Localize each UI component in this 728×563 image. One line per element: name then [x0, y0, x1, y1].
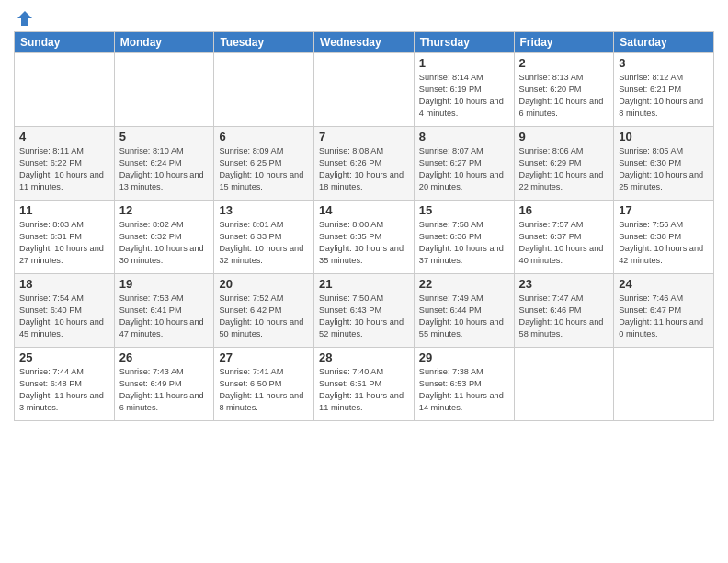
day-cell: 8Sunrise: 8:07 AM Sunset: 6:27 PM Daylig…	[414, 127, 514, 201]
day-info: Sunrise: 8:01 AM Sunset: 6:33 PM Dayligh…	[219, 219, 309, 267]
day-cell: 14Sunrise: 8:00 AM Sunset: 6:35 PM Dayli…	[314, 201, 415, 274]
day-number: 16	[519, 203, 609, 217]
col-header-monday: Monday	[114, 32, 214, 53]
header-row: SundayMondayTuesdayWednesdayThursdayFrid…	[15, 32, 714, 53]
col-header-friday: Friday	[514, 32, 614, 53]
day-cell: 29Sunrise: 7:38 AM Sunset: 6:53 PM Dayli…	[414, 348, 514, 421]
day-cell: 25Sunrise: 7:44 AM Sunset: 6:48 PM Dayli…	[15, 348, 115, 421]
day-cell	[214, 53, 314, 127]
day-number: 15	[419, 203, 509, 217]
svg-marker-0	[17, 11, 32, 26]
day-number: 2	[519, 56, 609, 70]
day-cell: 11Sunrise: 8:03 AM Sunset: 6:31 PM Dayli…	[15, 201, 115, 274]
day-cell	[15, 53, 115, 127]
day-cell	[314, 53, 415, 127]
day-cell	[614, 348, 714, 421]
day-info: Sunrise: 8:05 AM Sunset: 6:30 PM Dayligh…	[619, 145, 709, 193]
col-header-sunday: Sunday	[15, 32, 115, 53]
day-number: 20	[219, 277, 309, 291]
day-cell	[114, 53, 214, 127]
day-cell: 13Sunrise: 8:01 AM Sunset: 6:33 PM Dayli…	[214, 201, 314, 274]
day-cell: 10Sunrise: 8:05 AM Sunset: 6:30 PM Dayli…	[614, 127, 714, 201]
week-row-1: 4Sunrise: 8:11 AM Sunset: 6:22 PM Daylig…	[15, 127, 714, 201]
day-number: 26	[119, 350, 210, 364]
day-number: 19	[119, 277, 210, 291]
day-cell: 20Sunrise: 7:52 AM Sunset: 6:42 PM Dayli…	[214, 274, 314, 348]
day-info: Sunrise: 7:49 AM Sunset: 6:44 PM Dayligh…	[419, 293, 509, 340]
day-cell: 24Sunrise: 7:46 AM Sunset: 6:47 PM Dayli…	[614, 274, 714, 348]
day-info: Sunrise: 8:07 AM Sunset: 6:27 PM Dayligh…	[419, 145, 509, 193]
day-number: 3	[619, 56, 709, 70]
day-info: Sunrise: 7:54 AM Sunset: 6:40 PM Dayligh…	[19, 293, 109, 340]
day-number: 1	[419, 56, 509, 70]
header	[14, 9, 714, 24]
day-number: 13	[219, 203, 309, 217]
day-number: 23	[519, 277, 609, 291]
day-info: Sunrise: 7:41 AM Sunset: 6:50 PM Dayligh…	[219, 366, 309, 414]
week-row-4: 25Sunrise: 7:44 AM Sunset: 6:48 PM Dayli…	[15, 348, 714, 421]
day-cell: 17Sunrise: 7:56 AM Sunset: 6:38 PM Dayli…	[614, 201, 714, 274]
day-cell: 5Sunrise: 8:10 AM Sunset: 6:24 PM Daylig…	[114, 127, 214, 201]
day-info: Sunrise: 8:08 AM Sunset: 6:26 PM Dayligh…	[319, 145, 409, 193]
day-cell: 4Sunrise: 8:11 AM Sunset: 6:22 PM Daylig…	[15, 127, 115, 201]
day-info: Sunrise: 7:52 AM Sunset: 6:42 PM Dayligh…	[219, 293, 309, 340]
day-number: 5	[119, 130, 210, 144]
day-info: Sunrise: 8:00 AM Sunset: 6:35 PM Dayligh…	[319, 219, 409, 267]
day-info: Sunrise: 7:43 AM Sunset: 6:49 PM Dayligh…	[119, 366, 210, 414]
day-info: Sunrise: 7:53 AM Sunset: 6:41 PM Dayligh…	[119, 293, 210, 340]
day-cell: 27Sunrise: 7:41 AM Sunset: 6:50 PM Dayli…	[214, 348, 314, 421]
logo	[14, 9, 34, 24]
day-info: Sunrise: 8:14 AM Sunset: 6:19 PM Dayligh…	[419, 72, 509, 120]
day-cell: 18Sunrise: 7:54 AM Sunset: 6:40 PM Dayli…	[15, 274, 115, 348]
day-cell: 22Sunrise: 7:49 AM Sunset: 6:44 PM Dayli…	[414, 274, 514, 348]
day-cell: 6Sunrise: 8:09 AM Sunset: 6:25 PM Daylig…	[214, 127, 314, 201]
day-info: Sunrise: 7:44 AM Sunset: 6:48 PM Dayligh…	[19, 366, 109, 414]
day-info: Sunrise: 8:12 AM Sunset: 6:21 PM Dayligh…	[619, 72, 709, 120]
day-cell: 19Sunrise: 7:53 AM Sunset: 6:41 PM Dayli…	[114, 274, 214, 348]
col-header-tuesday: Tuesday	[214, 32, 314, 53]
col-header-saturday: Saturday	[614, 32, 714, 53]
day-number: 10	[619, 130, 709, 144]
day-cell: 2Sunrise: 8:13 AM Sunset: 6:20 PM Daylig…	[514, 53, 614, 127]
day-info: Sunrise: 7:47 AM Sunset: 6:46 PM Dayligh…	[519, 293, 609, 340]
day-cell: 3Sunrise: 8:12 AM Sunset: 6:21 PM Daylig…	[614, 53, 714, 127]
day-cell: 16Sunrise: 7:57 AM Sunset: 6:37 PM Dayli…	[514, 201, 614, 274]
day-cell: 7Sunrise: 8:08 AM Sunset: 6:26 PM Daylig…	[314, 127, 415, 201]
day-number: 6	[219, 130, 309, 144]
day-number: 4	[19, 130, 109, 144]
day-number: 27	[219, 350, 309, 364]
day-number: 7	[319, 130, 409, 144]
week-row-0: 1Sunrise: 8:14 AM Sunset: 6:19 PM Daylig…	[15, 53, 714, 127]
day-number: 12	[119, 203, 210, 217]
day-number: 29	[419, 350, 509, 364]
day-info: Sunrise: 8:03 AM Sunset: 6:31 PM Dayligh…	[19, 219, 109, 267]
day-info: Sunrise: 8:09 AM Sunset: 6:25 PM Dayligh…	[219, 145, 309, 193]
day-number: 11	[19, 203, 109, 217]
day-info: Sunrise: 7:46 AM Sunset: 6:47 PM Dayligh…	[619, 293, 709, 340]
day-number: 14	[319, 203, 409, 217]
day-info: Sunrise: 8:13 AM Sunset: 6:20 PM Dayligh…	[519, 72, 609, 120]
day-number: 18	[19, 277, 109, 291]
day-cell: 28Sunrise: 7:40 AM Sunset: 6:51 PM Dayli…	[314, 348, 415, 421]
day-info: Sunrise: 7:50 AM Sunset: 6:43 PM Dayligh…	[319, 293, 409, 340]
day-number: 17	[619, 203, 709, 217]
day-number: 9	[519, 130, 609, 144]
day-info: Sunrise: 7:57 AM Sunset: 6:37 PM Dayligh…	[519, 219, 609, 267]
day-info: Sunrise: 7:38 AM Sunset: 6:53 PM Dayligh…	[419, 366, 509, 414]
day-cell: 23Sunrise: 7:47 AM Sunset: 6:46 PM Dayli…	[514, 274, 614, 348]
day-cell	[514, 348, 614, 421]
day-info: Sunrise: 7:40 AM Sunset: 6:51 PM Dayligh…	[319, 366, 409, 414]
col-header-thursday: Thursday	[414, 32, 514, 53]
day-cell: 12Sunrise: 8:02 AM Sunset: 6:32 PM Dayli…	[114, 201, 214, 274]
col-header-wednesday: Wednesday	[314, 32, 415, 53]
day-info: Sunrise: 8:02 AM Sunset: 6:32 PM Dayligh…	[119, 219, 210, 267]
calendar-table: SundayMondayTuesdayWednesdayThursdayFrid…	[14, 31, 714, 421]
day-cell: 21Sunrise: 7:50 AM Sunset: 6:43 PM Dayli…	[314, 274, 415, 348]
day-cell: 9Sunrise: 8:06 AM Sunset: 6:29 PM Daylig…	[514, 127, 614, 201]
day-number: 22	[419, 277, 509, 291]
day-cell: 15Sunrise: 7:58 AM Sunset: 6:36 PM Dayli…	[414, 201, 514, 274]
logo-icon	[16, 9, 34, 28]
day-number: 24	[619, 277, 709, 291]
page: SundayMondayTuesdayWednesdayThursdayFrid…	[0, 0, 728, 563]
day-info: Sunrise: 7:56 AM Sunset: 6:38 PM Dayligh…	[619, 219, 709, 267]
